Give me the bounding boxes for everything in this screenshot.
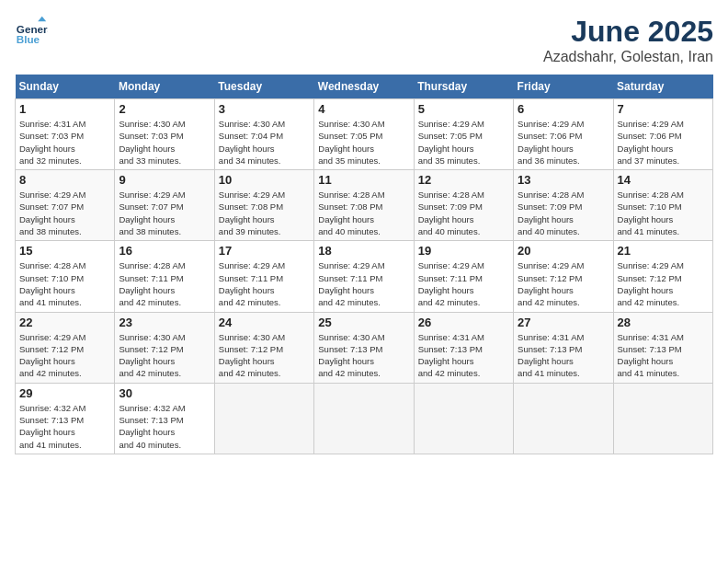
day-header-wednesday: Wednesday (314, 75, 414, 99)
calendar-cell: 2 Sunrise: 4:30 AM Sunset: 7:03 PM Dayli… (115, 99, 214, 170)
day-number: 25 (318, 316, 409, 329)
day-number: 26 (418, 316, 509, 329)
calendar-cell: 30 Sunrise: 4:32 AM Sunset: 7:13 PM Dayl… (115, 383, 214, 454)
day-header-friday: Friday (514, 75, 613, 99)
day-header-saturday: Saturday (613, 75, 712, 99)
day-info: Sunrise: 4:32 AM Sunset: 7:13 PM Dayligh… (119, 402, 210, 451)
day-info: Sunrise: 4:31 AM Sunset: 7:03 PM Dayligh… (19, 118, 110, 167)
calendar-cell: 21 Sunrise: 4:29 AM Sunset: 7:12 PM Dayl… (613, 241, 712, 312)
day-number: 23 (119, 316, 210, 329)
day-number: 27 (518, 316, 609, 329)
day-info: Sunrise: 4:31 AM Sunset: 7:13 PM Dayligh… (618, 331, 709, 380)
day-info: Sunrise: 4:28 AM Sunset: 7:09 PM Dayligh… (418, 189, 509, 237)
calendar-cell: 22 Sunrise: 4:29 AM Sunset: 7:12 PM Dayl… (16, 312, 115, 383)
day-info: Sunrise: 4:29 AM Sunset: 7:08 PM Dayligh… (219, 189, 310, 237)
day-info: Sunrise: 4:28 AM Sunset: 7:10 PM Dayligh… (19, 259, 110, 308)
calendar-cell: 18 Sunrise: 4:29 AM Sunset: 7:11 PM Dayl… (314, 241, 414, 312)
day-number: 8 (19, 173, 110, 187)
day-number: 16 (119, 244, 210, 258)
day-info: Sunrise: 4:29 AM Sunset: 7:05 PM Dayligh… (418, 118, 509, 167)
day-number: 10 (219, 173, 310, 187)
week-row-4: 22 Sunrise: 4:29 AM Sunset: 7:12 PM Dayl… (16, 312, 713, 383)
day-info: Sunrise: 4:28 AM Sunset: 7:10 PM Dayligh… (618, 189, 709, 237)
day-info: Sunrise: 4:31 AM Sunset: 7:13 PM Dayligh… (518, 331, 609, 380)
day-number: 14 (618, 173, 709, 187)
day-number: 30 (119, 386, 210, 400)
day-number: 3 (219, 102, 310, 116)
title-area: June 2025 Azadshahr, Golestan, Iran (543, 15, 713, 65)
day-info: Sunrise: 4:29 AM Sunset: 7:07 PM Dayligh… (119, 189, 210, 237)
day-info: Sunrise: 4:30 AM Sunset: 7:12 PM Dayligh… (219, 331, 310, 380)
day-header-sunday: Sunday (16, 75, 115, 99)
location-title: Azadshahr, Golestan, Iran (543, 49, 713, 65)
header-row: SundayMondayTuesdayWednesdayThursdayFrid… (16, 75, 713, 99)
calendar-cell: 19 Sunrise: 4:29 AM Sunset: 7:11 PM Dayl… (414, 241, 513, 312)
calendar-cell: 11 Sunrise: 4:28 AM Sunset: 7:08 PM Dayl… (314, 170, 414, 241)
day-info: Sunrise: 4:29 AM Sunset: 7:06 PM Dayligh… (618, 118, 709, 167)
calendar-cell: 6 Sunrise: 4:29 AM Sunset: 7:06 PM Dayli… (514, 99, 613, 170)
day-number: 1 (19, 102, 110, 116)
calendar-table: SundayMondayTuesdayWednesdayThursdayFrid… (15, 75, 713, 454)
day-info: Sunrise: 4:31 AM Sunset: 7:13 PM Dayligh… (418, 331, 509, 380)
day-info: Sunrise: 4:30 AM Sunset: 7:03 PM Dayligh… (119, 118, 210, 167)
calendar-cell: 13 Sunrise: 4:28 AM Sunset: 7:09 PM Dayl… (514, 170, 613, 241)
calendar-cell: 1 Sunrise: 4:31 AM Sunset: 7:03 PM Dayli… (16, 99, 115, 170)
day-number: 5 (418, 102, 509, 116)
day-number: 13 (518, 173, 609, 187)
svg-marker-2 (38, 17, 46, 21)
day-number: 28 (618, 316, 709, 329)
logo-icon: General Blue (15, 15, 48, 48)
calendar-cell: 16 Sunrise: 4:28 AM Sunset: 7:11 PM Dayl… (115, 241, 214, 312)
day-number: 21 (618, 244, 709, 258)
day-header-thursday: Thursday (414, 75, 513, 99)
day-info: Sunrise: 4:30 AM Sunset: 7:12 PM Dayligh… (119, 331, 210, 380)
day-number: 4 (318, 102, 409, 116)
calendar-cell: 27 Sunrise: 4:31 AM Sunset: 7:13 PM Dayl… (514, 312, 613, 383)
day-info: Sunrise: 4:28 AM Sunset: 7:08 PM Dayligh… (318, 189, 409, 237)
calendar-cell: 7 Sunrise: 4:29 AM Sunset: 7:06 PM Dayli… (613, 99, 712, 170)
calendar-cell (414, 383, 513, 454)
calendar-cell: 4 Sunrise: 4:30 AM Sunset: 7:05 PM Dayli… (314, 99, 414, 170)
day-number: 17 (219, 244, 310, 258)
calendar-cell: 5 Sunrise: 4:29 AM Sunset: 7:05 PM Dayli… (414, 99, 513, 170)
calendar-cell: 28 Sunrise: 4:31 AM Sunset: 7:13 PM Dayl… (613, 312, 712, 383)
calendar-cell: 23 Sunrise: 4:30 AM Sunset: 7:12 PM Dayl… (115, 312, 214, 383)
day-info: Sunrise: 4:29 AM Sunset: 7:12 PM Dayligh… (518, 259, 609, 308)
calendar-cell (214, 383, 313, 454)
day-number: 11 (318, 173, 409, 187)
day-info: Sunrise: 4:29 AM Sunset: 7:06 PM Dayligh… (518, 118, 609, 167)
day-header-monday: Monday (115, 75, 214, 99)
day-info: Sunrise: 4:30 AM Sunset: 7:13 PM Dayligh… (318, 331, 409, 380)
day-number: 19 (418, 244, 509, 258)
logo: General Blue (15, 15, 48, 48)
day-info: Sunrise: 4:29 AM Sunset: 7:11 PM Dayligh… (318, 259, 409, 308)
week-row-2: 8 Sunrise: 4:29 AM Sunset: 7:07 PM Dayli… (16, 170, 713, 241)
day-header-tuesday: Tuesday (214, 75, 313, 99)
day-number: 24 (219, 316, 310, 329)
day-info: Sunrise: 4:30 AM Sunset: 7:05 PM Dayligh… (318, 118, 409, 167)
day-number: 22 (19, 316, 110, 329)
day-number: 7 (618, 102, 709, 116)
day-info: Sunrise: 4:29 AM Sunset: 7:11 PM Dayligh… (418, 259, 509, 308)
day-info: Sunrise: 4:28 AM Sunset: 7:09 PM Dayligh… (518, 189, 609, 237)
calendar-cell: 26 Sunrise: 4:31 AM Sunset: 7:13 PM Dayl… (414, 312, 513, 383)
week-row-3: 15 Sunrise: 4:28 AM Sunset: 7:10 PM Dayl… (16, 241, 713, 312)
calendar-cell: 24 Sunrise: 4:30 AM Sunset: 7:12 PM Dayl… (214, 312, 313, 383)
calendar-cell: 25 Sunrise: 4:30 AM Sunset: 7:13 PM Dayl… (314, 312, 414, 383)
calendar-cell (514, 383, 613, 454)
day-info: Sunrise: 4:29 AM Sunset: 7:11 PM Dayligh… (219, 259, 310, 308)
calendar-cell: 20 Sunrise: 4:29 AM Sunset: 7:12 PM Dayl… (514, 241, 613, 312)
calendar-cell: 8 Sunrise: 4:29 AM Sunset: 7:07 PM Dayli… (16, 170, 115, 241)
calendar-cell (314, 383, 414, 454)
day-number: 29 (19, 386, 110, 400)
day-number: 18 (318, 244, 409, 258)
calendar-cell: 29 Sunrise: 4:32 AM Sunset: 7:13 PM Dayl… (16, 383, 115, 454)
day-info: Sunrise: 4:30 AM Sunset: 7:04 PM Dayligh… (219, 118, 310, 167)
calendar-cell: 9 Sunrise: 4:29 AM Sunset: 7:07 PM Dayli… (115, 170, 214, 241)
day-number: 15 (19, 244, 110, 258)
day-number: 9 (119, 173, 210, 187)
calendar-cell: 3 Sunrise: 4:30 AM Sunset: 7:04 PM Dayli… (214, 99, 313, 170)
day-info: Sunrise: 4:32 AM Sunset: 7:13 PM Dayligh… (19, 402, 110, 451)
week-row-1: 1 Sunrise: 4:31 AM Sunset: 7:03 PM Dayli… (16, 99, 713, 170)
calendar-cell: 14 Sunrise: 4:28 AM Sunset: 7:10 PM Dayl… (613, 170, 712, 241)
